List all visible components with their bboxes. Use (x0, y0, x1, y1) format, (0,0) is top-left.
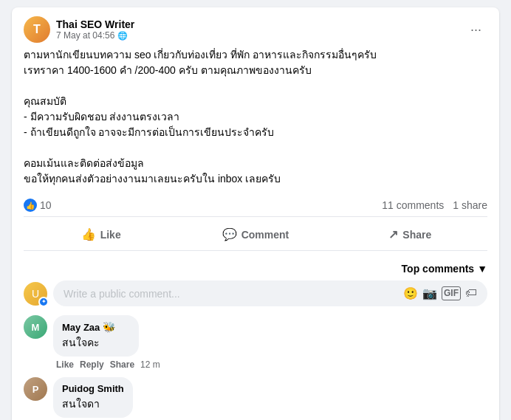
comment-input-row: U ✦ Write a public comment... 🙂 📷 GIF 🏷 (12, 278, 499, 312)
comment-content: May Zaa 🐝 สนใจคะ Like Reply Share 12 m (53, 315, 160, 370)
reactions-bar: 👍 10 11 comments 1 share (24, 194, 487, 217)
comment-icon: 💬 (222, 227, 237, 241)
reactions-left: 👍 10 (24, 199, 52, 212)
comment-input-placeholder: Write a public comment... (64, 288, 180, 300)
comment-actions: Like Reply Share 12 m (53, 359, 160, 370)
post-author-name: Thai SEO Writer (56, 18, 134, 30)
action-bar: 👍 Like 💬 Comment ↗ Share (24, 218, 487, 251)
bee-icon: 🐝 (103, 321, 115, 333)
comment-text: สนใจดา (62, 396, 124, 412)
gif-icon[interactable]: GIF (442, 286, 461, 300)
post-timestamp: 7 May at 04:56 🌐 (56, 30, 134, 41)
top-comments-row[interactable]: Top comments ▼ (12, 257, 499, 278)
comment-avatar: M (24, 315, 47, 339)
post-text: ตามหานักเขียนบทความ seo เกี่ยวกับท่องเที… (24, 47, 487, 187)
comment-share-button[interactable]: Share (110, 359, 134, 370)
comment-item: M May Zaa 🐝 สนใจคะ Like Reply Share 12 m (12, 312, 499, 374)
like-count: 10 (40, 199, 52, 211)
post-meta: Thai SEO Writer 7 May at 04:56 🌐 (56, 18, 134, 41)
reactions-right: 11 comments 1 share (382, 199, 487, 211)
comment-author: May Zaa 🐝 (62, 321, 130, 333)
comment-like-button[interactable]: Like (56, 359, 74, 370)
comment-avatar: P (24, 377, 47, 401)
comment-time: 12 m (140, 359, 160, 370)
image-icon[interactable]: 📷 (422, 286, 437, 300)
like-icon: 👍 (81, 227, 96, 241)
comment-content: Puidog Smith สนใจดา Like Reply Share 3 d (53, 377, 153, 420)
avatar: T (24, 16, 50, 43)
like-button[interactable]: 👍 Like (24, 221, 178, 247)
current-user-avatar: U ✦ (24, 282, 47, 306)
emoji-icon[interactable]: 🙂 (403, 286, 418, 300)
more-options-button[interactable]: ··· (464, 19, 487, 41)
comment-item: P Puidog Smith สนใจดา Like Reply Share 3… (12, 374, 499, 420)
post-card: T Thai SEO Writer 7 May at 04:56 🌐 ··· ต… (12, 7, 499, 420)
comment-input-box[interactable]: Write a public comment... 🙂 📷 GIF 🏷 (53, 280, 487, 306)
sticker-icon[interactable]: 🏷 (465, 286, 477, 300)
comments-section: Top comments ▼ U ✦ Write a public commen… (12, 257, 499, 420)
post-body: T Thai SEO Writer 7 May at 04:56 🌐 ··· ต… (12, 7, 499, 257)
chevron-down-icon: ▼ (477, 263, 487, 275)
online-badge: ✦ (38, 297, 49, 307)
comment-text: สนใจคะ (62, 334, 130, 351)
globe-icon: 🌐 (117, 31, 128, 41)
share-button[interactable]: ↗ Share (333, 221, 487, 247)
post-header: T Thai SEO Writer 7 May at 04:56 🌐 ··· (24, 16, 487, 43)
comment-author: Puidog Smith (62, 383, 124, 394)
comment-input-icons: 🙂 📷 GIF 🏷 (403, 286, 477, 300)
share-icon: ↗ (388, 227, 398, 241)
comments-count[interactable]: 11 comments (382, 199, 444, 211)
comment-reply-button[interactable]: Reply (80, 359, 104, 370)
comment-bubble: May Zaa 🐝 สนใจคะ (53, 315, 139, 357)
comment-bubble: Puidog Smith สนใจดา (53, 377, 133, 418)
comment-button[interactable]: 💬 Comment (178, 221, 332, 247)
like-badge: 👍 (24, 199, 37, 212)
shares-count[interactable]: 1 share (453, 199, 487, 211)
top-comments-label: Top comments (402, 263, 475, 275)
